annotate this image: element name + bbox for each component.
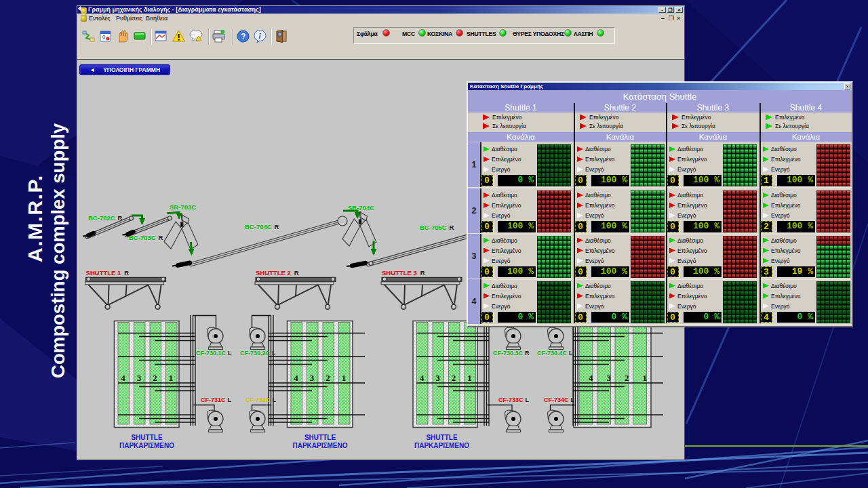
svg-text:SHUTTLE: SHUTTLE — [426, 434, 457, 441]
svg-text:CF-733CL: CF-733CL — [498, 396, 530, 403]
svg-text:SHUTTLE: SHUTTLE — [304, 434, 336, 441]
svg-text:SHUTTLE: SHUTTLE — [131, 434, 162, 441]
svg-text:4: 4 — [589, 373, 593, 383]
svg-text:1: 1 — [467, 373, 472, 383]
svg-text:BC-705CR: BC-705CR — [420, 224, 454, 231]
svg-text:4: 4 — [121, 373, 125, 383]
svg-text:?: ? — [241, 32, 245, 41]
svg-text:1: 1 — [342, 373, 347, 383]
svg-text:CF-731CL: CF-731CL — [201, 396, 232, 403]
svg-text:3: 3 — [607, 373, 612, 383]
svg-text:1: 1 — [643, 373, 648, 383]
svg-text:BC-703CR: BC-703CR — [129, 234, 163, 241]
svg-text:···: ··· — [191, 32, 195, 36]
svg-text:SHUTTLE 1R: SHUTTLE 1R — [86, 269, 130, 277]
svg-text:4: 4 — [420, 373, 425, 383]
svg-text:3: 3 — [310, 373, 315, 383]
svg-text:BC-704CR: BC-704CR — [245, 223, 279, 230]
svg-text:ΠΑΡΚΑΡΙΣΜΕΝΟ: ΠΑΡΚΑΡΙΣΜΕΝΟ — [292, 442, 347, 449]
svg-text:SHUTTLE 2R: SHUTTLE 2R — [256, 269, 299, 277]
svg-text:SR-703C: SR-703C — [170, 203, 196, 211]
svg-text:4: 4 — [294, 373, 298, 383]
svg-text:SR-704C: SR-704C — [348, 204, 374, 211]
svg-text:1: 1 — [169, 373, 174, 383]
svg-text:CF-734CL: CF-734CL — [544, 396, 575, 403]
svg-text:3: 3 — [435, 373, 440, 383]
svg-text:2: 2 — [452, 373, 456, 383]
svg-text:SHUTTLE 3R: SHUTTLE 3R — [382, 269, 425, 277]
svg-text:CF-730.1CL: CF-730.1CL — [196, 350, 232, 357]
svg-text:2: 2 — [326, 373, 330, 383]
svg-text:3: 3 — [137, 373, 142, 383]
svg-text:ΠΑΡΚΑΡΙΣΜΕΝΟ: ΠΑΡΚΑΡΙΣΜΕΝΟ — [414, 442, 469, 449]
svg-text:CF-732CL: CF-732CL — [245, 396, 277, 403]
svg-text:BC-702CR: BC-702CR — [88, 214, 123, 222]
svg-text:CF-730.4CL: CF-730.4CL — [537, 350, 573, 357]
svg-text:2: 2 — [625, 373, 629, 383]
svg-text:ΠΑΡΚΑΡΙΣΜΕΝΟ: ΠΑΡΚΑΡΙΣΜΕΝΟ — [119, 442, 174, 449]
svg-text:2: 2 — [153, 373, 157, 383]
svg-text:CF-730.3CR: CF-730.3CR — [493, 350, 530, 357]
